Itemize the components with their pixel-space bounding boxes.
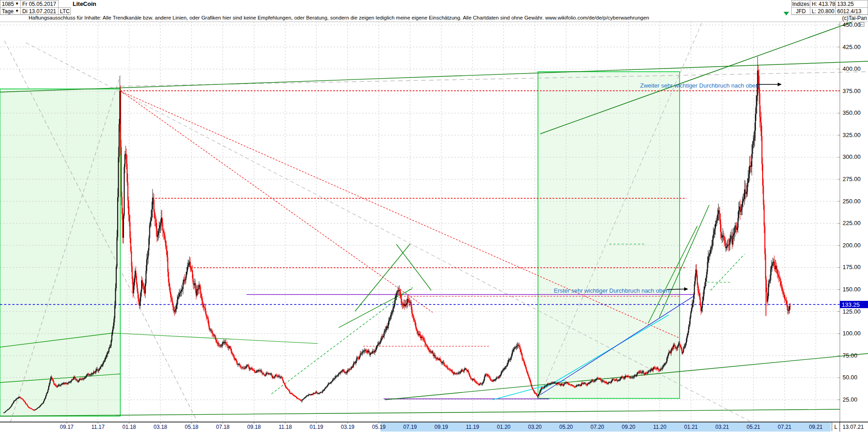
price-tick-label: 325.00: [843, 132, 861, 138]
date-tick-label: 05.18: [185, 424, 198, 430]
price-tick-label: 225.00: [843, 220, 861, 226]
date-tick-label: 11.20: [653, 424, 666, 430]
date-tick-label: 05.20: [559, 424, 573, 430]
date-tick-label: 03.19: [341, 424, 355, 430]
date-tick-label: 09.19: [434, 424, 448, 430]
price-tick-label: 275.00: [843, 176, 861, 182]
price-tick-label: 50.00: [843, 374, 858, 381]
price-tick-label: 150.00: [843, 286, 861, 293]
price-tick-label: 25.00: [843, 396, 858, 403]
current-price-flag: 133.25: [840, 301, 868, 308]
date-tick-label: 03.18: [153, 424, 167, 430]
candlestick-chart-canvas[interactable]: [0, 0, 868, 432]
date-tick-label: 05.19: [372, 424, 385, 430]
price-tick-label: 425.00: [843, 44, 861, 50]
date-tick-label: 07.19: [403, 424, 417, 430]
date-tick-label: 11.18: [279, 424, 292, 430]
last-date-label: 13.07.21: [843, 424, 864, 430]
current-price-text: 133.25: [842, 301, 860, 308]
price-tick-label: 375.00: [843, 88, 861, 94]
date-tick-label: 07.20: [591, 424, 604, 430]
date-tick-label: 03.20: [528, 424, 542, 430]
price-tick-label: 250.00: [843, 198, 861, 205]
date-tick-label: 09.20: [621, 424, 635, 430]
date-tick-label: 01.18: [122, 424, 136, 430]
price-tick-label: 450.00: [843, 21, 861, 28]
date-tick-label: 03.21: [715, 424, 729, 430]
date-tick-label: 07.21: [778, 424, 791, 430]
annotation-first-breakout: Erster sehr wichtiger Durchbruch nach ob…: [554, 287, 671, 294]
price-tick-label: 100.00: [843, 330, 861, 337]
price-tick-label: 350.00: [843, 109, 861, 116]
date-tick-label: 09.18: [247, 424, 261, 430]
date-tick-label: 09.17: [60, 424, 74, 430]
tai-pan-chart-window: 1085 ▼ Fr 05.05.2017 Tage ▼ Di 13.07.202…: [0, 0, 868, 432]
price-tick-label: 400.00: [843, 65, 861, 72]
last-marker-box: L: [832, 422, 840, 431]
date-tick-label: 01.21: [684, 424, 698, 430]
date-tick-label: 07.18: [216, 424, 230, 430]
date-tick-label: 05.21: [746, 424, 760, 430]
date-tick-label: 01.20: [497, 424, 510, 430]
date-tick-label: 01.19: [310, 424, 323, 430]
date-tick-label: 09.21: [809, 424, 823, 430]
annotation-second-breakout: Zweiter sehr wichtiger Durchbruch nach o…: [640, 82, 760, 89]
price-tick-label: 75.00: [843, 352, 858, 359]
date-tick-label: 11.17: [91, 424, 104, 430]
price-tick-label: 125.00: [843, 308, 861, 315]
price-tick-label: 200.00: [843, 242, 861, 249]
price-tick-label: 175.00: [843, 264, 861, 270]
date-tick-label: 11.19: [466, 424, 479, 430]
price-tick-label: 300.00: [843, 153, 861, 160]
